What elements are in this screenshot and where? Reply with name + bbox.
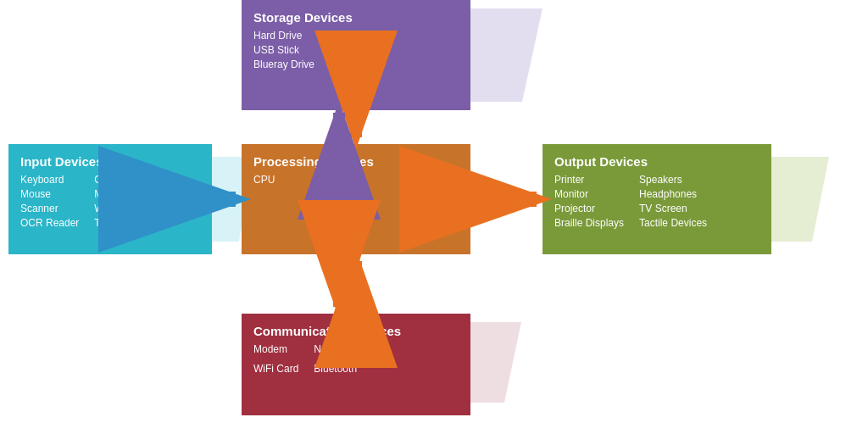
comm-item-1: Modem (253, 343, 298, 355)
output-title: Output Devices (554, 154, 760, 169)
comm-col2: Network Card Bluetooth (314, 343, 376, 375)
diagram: Storage Devices Hard Drive USB Stick Blu… (0, 0, 868, 434)
input-title: Input Devices (20, 154, 200, 169)
storage-content: Hard Drive USB Stick Blueray Drive CD Dr… (253, 30, 459, 70)
processing-title: Processing Devices (253, 154, 459, 169)
input-col1: Keyboard Mouse Scanner OCR Reader (20, 174, 79, 229)
communication-content: Modem WiFi Card Network Card Bluetooth (253, 343, 459, 375)
storage-col1: Hard Drive USB Stick Blueray Drive (253, 30, 314, 70)
communication-title: Communication Devices (253, 324, 459, 338)
output-item-1: Printer (554, 174, 624, 186)
output-item-6: Headphones (639, 188, 707, 200)
output-col2: Speakers Headphones TV Screen Tactile De… (639, 174, 707, 229)
processing-box: Processing Devices CPU (242, 144, 470, 254)
processing-content: CPU (253, 174, 459, 186)
output-item-7: TV Screen (639, 203, 707, 214)
input-item-5: Graphics Tablet (94, 174, 164, 186)
comm-item-2: WiFi Card (253, 363, 298, 375)
input-item-1: Keyboard (20, 174, 79, 186)
output-box: Output Devices Printer Monitor Projector… (542, 144, 771, 254)
input-item-6: Microphone (94, 188, 164, 200)
comm-col1: Modem WiFi Card (253, 343, 298, 375)
output-item-4: Braille Displays (554, 217, 624, 229)
output-col1: Printer Monitor Projector Braille Displa… (554, 174, 624, 229)
output-content: Printer Monitor Projector Braille Displa… (554, 174, 760, 229)
output-item-5: Speakers (639, 174, 707, 186)
storage-item-6: SD Card (330, 58, 378, 70)
output-item-3: Projector (554, 203, 624, 214)
output-item-8: Tactile Devices (639, 217, 707, 229)
input-box: Input Devices Keyboard Mouse Scanner OCR… (8, 144, 212, 254)
storage-item-2: USB Stick (253, 44, 314, 56)
processing-item-1: CPU (253, 174, 275, 186)
storage-title: Storage Devices (253, 10, 459, 25)
input-item-4: OCR Reader (20, 217, 79, 229)
input-item-2: Mouse (20, 188, 79, 200)
input-item-7: Webcam (94, 203, 164, 214)
input-col2: Graphics Tablet Microphone Webcam Touch … (94, 174, 164, 229)
comm-item-3: Network Card (314, 343, 376, 355)
input-item-3: Scanner (20, 203, 79, 214)
storage-box: Storage Devices Hard Drive USB Stick Blu… (242, 0, 470, 110)
output-item-2: Monitor (554, 188, 624, 200)
storage-item-4: CD Drive (330, 30, 378, 42)
storage-item-5: DVD Drive (330, 44, 378, 56)
input-item-8: Touch Screen (94, 217, 164, 229)
communication-box: Communication Devices Modem WiFi Card Ne… (242, 314, 470, 415)
storage-item-1: Hard Drive (253, 30, 314, 42)
comm-item-4: Bluetooth (314, 363, 376, 375)
storage-col2: CD Drive DVD Drive SD Card (330, 30, 378, 70)
processing-col1: CPU (253, 174, 275, 186)
storage-item-3: Blueray Drive (253, 58, 314, 70)
input-content: Keyboard Mouse Scanner OCR Reader Graphi… (20, 174, 200, 229)
